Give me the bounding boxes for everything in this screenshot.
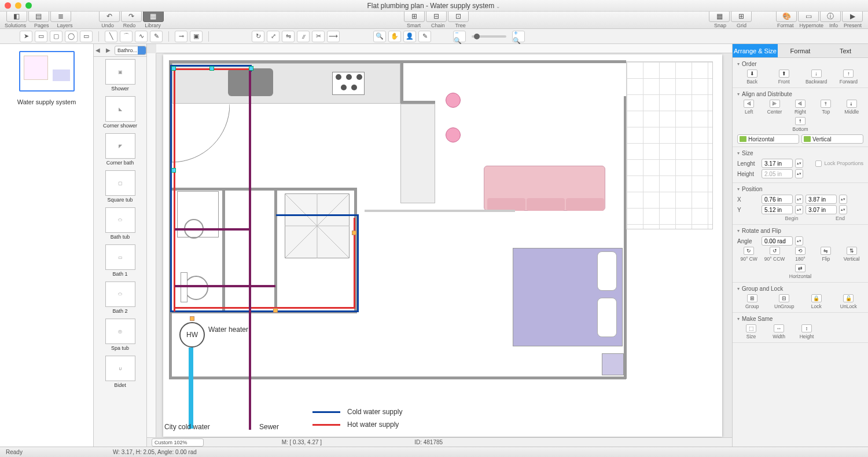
lock-button[interactable]: 🔒Lock bbox=[806, 294, 827, 309]
canvas[interactable]: HW Water heater bbox=[147, 44, 732, 447]
extend-tool[interactable]: ⟶ bbox=[327, 31, 340, 42]
ungroup-button[interactable]: ⊟UnGroup bbox=[774, 294, 795, 309]
zoom-out-button[interactable]: －🔍 bbox=[453, 31, 466, 42]
text-tool[interactable]: ▭ bbox=[80, 31, 93, 42]
group-button[interactable]: ⊞Group bbox=[742, 294, 763, 309]
lib-item-bath-tub[interactable]: ⬭Bath tub bbox=[94, 205, 146, 242]
distribute-vertical-dropdown[interactable]: Vertical bbox=[801, 134, 863, 144]
position-x2-input[interactable] bbox=[806, 195, 837, 204]
trim-tool[interactable]: ✂ bbox=[312, 31, 325, 42]
angle-input[interactable] bbox=[762, 236, 793, 246]
rotate-90cw-button[interactable]: ↻90° CW bbox=[738, 247, 759, 262]
flip-button[interactable]: ⇋Flip bbox=[815, 247, 836, 262]
section-rotate[interactable]: Rotate and Flip bbox=[737, 228, 863, 234]
pen-tool[interactable]: ✎ bbox=[150, 31, 163, 42]
align-center-button[interactable]: ⫸Center bbox=[764, 100, 785, 115]
shear-tool[interactable]: ⫽ bbox=[297, 31, 310, 42]
arc-tool[interactable]: ⌒ bbox=[120, 31, 133, 42]
rotate-90ccw-button[interactable]: ↺90° CCW bbox=[764, 247, 785, 262]
lib-item-bidet[interactable]: ∪Bidet bbox=[94, 353, 146, 390]
pointer-tool[interactable]: ➤ bbox=[20, 31, 32, 42]
zoom-slider[interactable] bbox=[472, 35, 506, 38]
align-middle-button[interactable]: ⫰Middle bbox=[841, 100, 862, 115]
endpoint-tool[interactable]: ⊸ bbox=[175, 31, 187, 42]
page-thumbnail[interactable] bbox=[19, 51, 75, 92]
section-group[interactable]: Group and Lock bbox=[737, 286, 863, 292]
format-button[interactable]: 🎨 bbox=[776, 10, 797, 22]
lib-item-bath-1[interactable]: ▭Bath 1 bbox=[94, 242, 146, 279]
order-forward-button[interactable]: ↑Forward bbox=[838, 70, 859, 85]
section-order[interactable]: Order bbox=[737, 61, 863, 67]
select-tool[interactable]: ▭ bbox=[35, 31, 47, 42]
align-bottom-button[interactable]: ⫯Bottom bbox=[790, 117, 811, 132]
lib-item-shower[interactable]: ▣Shower bbox=[94, 57, 146, 94]
align-right-button[interactable]: ⫷Right bbox=[790, 100, 811, 115]
lib-item-bath-2[interactable]: ⬭Bath 2 bbox=[94, 279, 146, 316]
lib-back-button[interactable]: ◀ bbox=[94, 46, 102, 54]
line-tool[interactable]: ╲ bbox=[105, 31, 117, 42]
library-selector[interactable]: Bathro... bbox=[115, 46, 146, 55]
scale-tool[interactable]: ⤢ bbox=[267, 31, 279, 42]
chain-button[interactable]: ⊟ bbox=[426, 10, 447, 22]
lib-forward-button[interactable]: ▶ bbox=[104, 46, 112, 54]
zoom-selector[interactable]: Custom 102% bbox=[152, 438, 204, 447]
section-position[interactable]: Position bbox=[737, 186, 863, 192]
present-button[interactable]: ▶ bbox=[842, 10, 863, 22]
order-back-button[interactable]: ⬇Back bbox=[742, 70, 763, 85]
align-top-button[interactable]: ⫯Top bbox=[815, 100, 836, 115]
position-x1-input[interactable] bbox=[762, 195, 793, 204]
lock-proportions-checkbox[interactable] bbox=[815, 160, 822, 167]
grid-button[interactable]: ⊞ bbox=[731, 10, 752, 22]
flip-vertical-button[interactable]: ⇅Vertical bbox=[841, 247, 862, 262]
rotate-180-button[interactable]: ⟲180° bbox=[790, 247, 811, 262]
section-align[interactable]: Align and Distribute bbox=[737, 91, 863, 97]
lib-item-corner-shower[interactable]: ◣Corner shower bbox=[94, 94, 146, 131]
layers-button[interactable]: ≣ bbox=[50, 10, 71, 22]
ellipse-tool[interactable]: ◯ bbox=[65, 31, 78, 42]
solutions-button[interactable]: ◧ bbox=[6, 10, 27, 22]
spline-tool[interactable]: ∿ bbox=[135, 31, 148, 42]
section-make-same[interactable]: Make Same bbox=[737, 316, 863, 322]
container-tool[interactable]: ▣ bbox=[190, 31, 203, 42]
length-input[interactable] bbox=[762, 159, 793, 168]
order-front-button[interactable]: ⬆Front bbox=[774, 70, 795, 85]
section-size[interactable]: Size bbox=[737, 150, 863, 156]
library-button[interactable]: ▦ bbox=[143, 10, 164, 22]
page-name[interactable]: Water supply system bbox=[17, 98, 76, 105]
height-stepper[interactable]: ▴▾ bbox=[795, 169, 803, 178]
zoom-tool[interactable]: 🔍 bbox=[373, 31, 386, 42]
pan-tool[interactable]: ✋ bbox=[388, 31, 401, 42]
lib-item-square-tub[interactable]: ▢Square tub bbox=[94, 168, 146, 205]
distribute-horizontal-dropdown[interactable]: Horizontal bbox=[737, 134, 799, 144]
rect-tool[interactable]: ▢ bbox=[50, 31, 62, 42]
mirror-tool[interactable]: ⇋ bbox=[282, 31, 295, 42]
snap-button[interactable]: ▦ bbox=[709, 10, 730, 22]
same-height-button[interactable]: ↕Height bbox=[796, 324, 817, 339]
zoom-in-button[interactable]: ＋🔍 bbox=[512, 31, 525, 42]
flip-horizontal-button[interactable]: ⇄Horizontal bbox=[789, 264, 811, 279]
lib-item-corner-bath[interactable]: ◤Corner bath bbox=[94, 131, 146, 168]
undo-button[interactable]: ↶ bbox=[99, 10, 120, 22]
redo-button[interactable]: ↷ bbox=[121, 10, 142, 22]
order-backward-button[interactable]: ↓Backward bbox=[806, 70, 827, 85]
same-size-button[interactable]: ⬚Size bbox=[741, 324, 762, 339]
pages-button[interactable]: ▤ bbox=[28, 10, 49, 22]
length-stepper[interactable]: ▴▾ bbox=[795, 159, 803, 168]
tab-text[interactable]: Text bbox=[823, 44, 868, 58]
unlock-button[interactable]: 🔓UnLock bbox=[838, 294, 859, 309]
tree-button[interactable]: ⊡ bbox=[448, 10, 469, 22]
measure-tool[interactable]: 👤 bbox=[403, 31, 416, 42]
same-width-button[interactable]: ↔Width bbox=[768, 324, 789, 339]
info-button[interactable]: ⓘ bbox=[820, 10, 841, 22]
rotate-tool[interactable]: ↻ bbox=[252, 31, 264, 42]
hypernote-button[interactable]: ▭ bbox=[798, 10, 819, 22]
eyedropper-tool[interactable]: ✎ bbox=[418, 31, 431, 42]
smart-button[interactable]: ⊞ bbox=[404, 10, 425, 22]
tab-format[interactable]: Format bbox=[778, 44, 823, 58]
align-left-button[interactable]: ⫷Left bbox=[738, 100, 759, 115]
tab-arrange-size[interactable]: Arrange & Size bbox=[733, 44, 778, 58]
height-input[interactable] bbox=[762, 169, 793, 178]
lib-item-spa-tub[interactable]: ◎Spa tub bbox=[94, 316, 146, 353]
position-y1-input[interactable] bbox=[762, 205, 793, 214]
position-y2-input[interactable] bbox=[806, 205, 837, 214]
